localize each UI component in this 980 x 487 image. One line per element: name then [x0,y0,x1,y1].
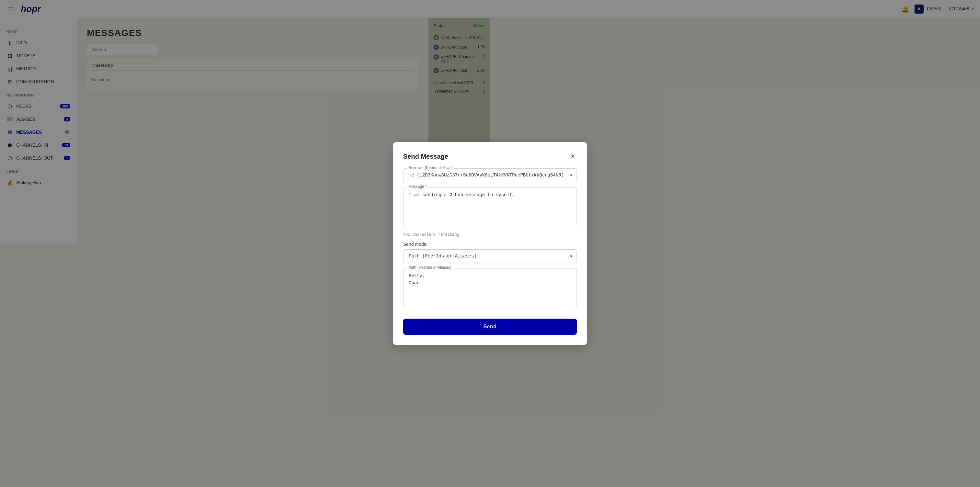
message-textarea[interactable] [403,187,490,226]
receiver-select[interactable]: me (12D3KooWGUzG37rrSe6DVAyK8ULT4kKVKTPu… [403,168,490,182]
modal-overlay[interactable]: Send Message × Receiver (PeerId or Alias… [0,0,490,243]
char-count: 461 characters remaining [403,233,490,237]
send-message-modal: Send Message × Receiver (PeerId or Alias… [393,142,490,243]
modal-title: Send Message [403,153,448,160]
message-field-label: Message * [407,184,428,189]
send-mode-label: Send mode: [403,241,490,243]
receiver-field-label: Receiver (PeerId or Alias) [407,165,454,170]
